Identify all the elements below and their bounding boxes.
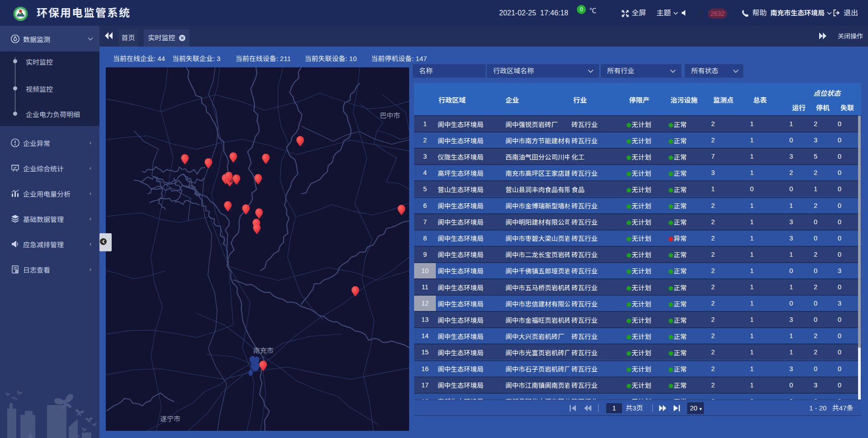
svg-text:遂宁市: 遂宁市 [160,415,180,423]
svg-text:巴中市: 巴中市 [380,112,400,119]
